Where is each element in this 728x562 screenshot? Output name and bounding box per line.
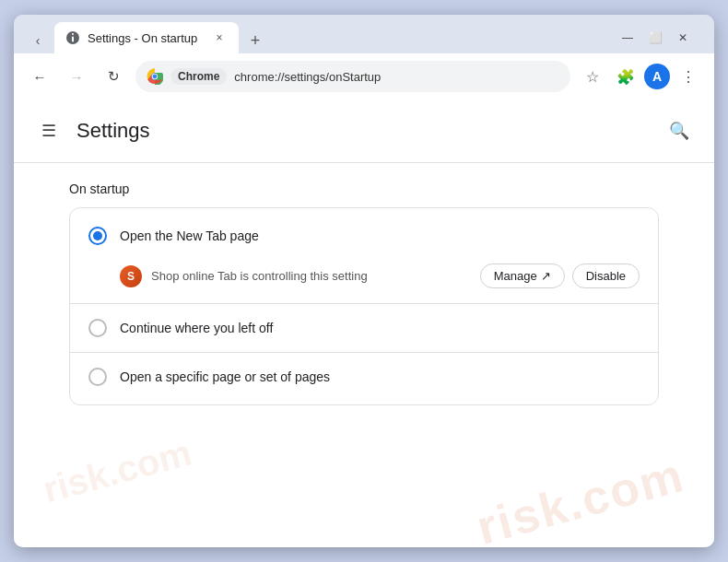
- close-button[interactable]: ✕: [670, 25, 696, 51]
- bookmark-button[interactable]: ☆: [578, 62, 607, 91]
- tab-title: Settings - On startup: [88, 31, 204, 45]
- extension-action-buttons: Manage ↗ Disable: [480, 263, 640, 288]
- option-new-tab-row: Open the New Tab page: [70, 216, 658, 256]
- maximize-button[interactable]: ⬜: [642, 25, 668, 51]
- active-tab: Settings - On startup ×: [54, 22, 239, 53]
- extension-control-row: S Shop online Tab is controlling this se…: [70, 256, 658, 299]
- startup-options-card: Open the New Tab page S Shop online Tab …: [69, 207, 659, 405]
- extension-info: S Shop online Tab is controlling this se…: [120, 265, 368, 287]
- extension-icon-letter: S: [127, 270, 135, 283]
- settings-menu-button[interactable]: ☰: [32, 114, 65, 147]
- tab-scroll-left[interactable]: ‹: [25, 28, 51, 53]
- radio-specific-page[interactable]: [88, 368, 107, 386]
- radio-new-tab[interactable]: [88, 227, 107, 245]
- address-bar[interactable]: Chrome chrome://settings/onStartup: [135, 61, 570, 92]
- svg-point-3: [153, 75, 158, 79]
- radio-continue[interactable]: [88, 319, 107, 337]
- chrome-badge: Chrome: [170, 68, 227, 85]
- option-divider-2: [70, 352, 658, 353]
- forward-button[interactable]: →: [62, 62, 91, 91]
- toolbar: ← → ↻ Chrome chrome://settings/onStartup…: [14, 53, 714, 100]
- radio-new-tab-inner: [93, 231, 102, 240]
- option-continue-label: Continue where you left off: [120, 321, 273, 335]
- settings-body: On startup Open the New Tab page S Sho: [14, 163, 714, 547]
- extension-control-text: Shop online Tab is controlling this sett…: [151, 269, 368, 283]
- content-area: ☰ Settings 🔍 On startup Open the New Tab…: [14, 100, 714, 547]
- tab-bar: ‹ Settings - On startup × +: [25, 22, 611, 53]
- watermark-2: risk.com: [39, 431, 196, 510]
- extensions-button[interactable]: 🧩: [611, 62, 640, 91]
- new-tab-button[interactable]: +: [242, 28, 268, 53]
- settings-tab-icon: [65, 30, 80, 45]
- option-divider-1: [70, 303, 658, 304]
- minimize-button[interactable]: —: [615, 25, 640, 51]
- disable-label: Disable: [586, 269, 626, 283]
- settings-title-area: ☰ Settings: [32, 114, 150, 147]
- chrome-label: Chrome: [178, 70, 219, 83]
- manage-label: Manage: [494, 269, 537, 283]
- browser-window: ‹ Settings - On startup × + — ⬜ ✕ ← → ↻: [14, 15, 714, 547]
- option-new-tab-label: Open the New Tab page: [120, 228, 259, 243]
- profile-button[interactable]: A: [644, 64, 670, 89]
- address-text: chrome://settings/onStartup: [234, 70, 559, 84]
- reload-button[interactable]: ↻: [99, 62, 128, 91]
- manage-external-icon: ↗: [541, 269, 551, 283]
- option-specific-page-row: Open a specific page or set of pages: [70, 357, 658, 397]
- window-controls: — ⬜ ✕: [615, 25, 696, 51]
- disable-extension-button[interactable]: Disable: [572, 263, 640, 288]
- extension-icon: S: [120, 265, 142, 287]
- manage-extension-button[interactable]: Manage ↗: [480, 263, 565, 288]
- menu-button[interactable]: ⋮: [674, 62, 703, 91]
- settings-search-button[interactable]: 🔍: [663, 114, 696, 147]
- option-continue-row: Continue where you left off: [70, 308, 658, 348]
- section-title: On startup: [69, 181, 659, 196]
- option-specific-page-label: Open a specific page or set of pages: [120, 369, 330, 384]
- title-bar: ‹ Settings - On startup × + — ⬜ ✕: [14, 15, 714, 53]
- back-button[interactable]: ←: [25, 62, 54, 91]
- settings-page-title: Settings: [76, 119, 150, 143]
- settings-header: ☰ Settings 🔍: [14, 100, 714, 163]
- watermark-1: risk.com: [471, 447, 690, 547]
- tab-close-button[interactable]: ×: [211, 29, 228, 46]
- toolbar-icons: ☆ 🧩 A ⋮: [578, 62, 703, 91]
- chrome-logo-icon: [147, 68, 163, 85]
